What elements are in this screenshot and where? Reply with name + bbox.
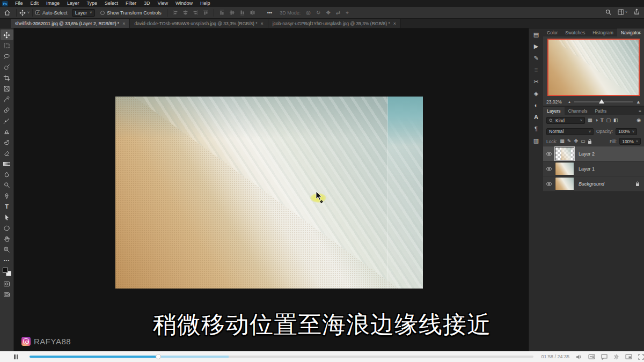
tab-paths[interactable]: Paths [591, 107, 610, 115]
progress-thumb[interactable] [156, 354, 161, 359]
filter-type-layers-icon[interactable]: T [601, 118, 604, 123]
settings-gear-icon[interactable] [613, 354, 619, 360]
layer-row-background[interactable]: Background [543, 176, 644, 191]
zoom-value[interactable]: 23,02% [546, 99, 565, 105]
filter-adjustment-layers-icon[interactable]: ◑ [595, 118, 598, 123]
move-tool-preset-icon[interactable]: ˅ [19, 10, 30, 16]
pause-button[interactable] [14, 354, 18, 359]
progress-bar[interactable] [30, 356, 533, 358]
layer-row-layer1[interactable]: Layer 1 [543, 161, 644, 176]
path-selection-tool[interactable] [1, 212, 13, 223]
layer-name[interactable]: Layer 1 [579, 166, 644, 172]
eyedropper-tool[interactable] [1, 94, 13, 105]
actions-panel-icon[interactable]: ▶ [534, 43, 538, 49]
home-icon[interactable] [4, 10, 10, 16]
properties-panel-icon[interactable]: ≡ [535, 67, 538, 73]
lock-pixels-icon[interactable]: ✎ [567, 139, 572, 144]
workspace-switcher-icon[interactable]: ˅ [618, 9, 627, 15]
pen-tool[interactable] [1, 190, 13, 201]
tab-histogram[interactable]: Histogram [589, 28, 617, 36]
search-icon[interactable] [605, 9, 611, 15]
zoom-out-icon[interactable]: ▲ [568, 100, 571, 104]
opacity-dropdown[interactable]: 100% ˅ [616, 128, 637, 135]
visibility-eye-icon[interactable] [543, 167, 555, 171]
close-icon[interactable]: × [393, 21, 396, 26]
filter-shape-layers-icon[interactable]: ▢ [606, 118, 611, 123]
tab-swatches[interactable]: Swatches [561, 28, 589, 36]
zoom-slider[interactable] [574, 101, 633, 102]
layer-name[interactable]: Layer 2 [579, 151, 644, 157]
zoom-slider-thumb[interactable] [599, 99, 604, 104]
menu-view[interactable]: View [154, 0, 172, 7]
show-transform-checkbox[interactable]: Show Transform Controls [100, 10, 162, 16]
adjustments-panel-icon[interactable]: ◐ [535, 102, 538, 108]
tab-channels[interactable]: Channels [565, 107, 591, 115]
tab-layers[interactable]: Layers [543, 107, 565, 115]
close-icon[interactable]: × [261, 21, 264, 26]
auto-select-checkbox[interactable]: ✓ Auto-Select [35, 10, 68, 16]
fullscreen-icon[interactable] [638, 354, 644, 360]
menu-type[interactable]: Type [83, 0, 101, 7]
move-tool[interactable] [1, 29, 13, 40]
edit-toolbar-icon[interactable]: ••• [1, 255, 13, 265]
blend-mode-dropdown[interactable]: Normal ˅ [546, 128, 594, 135]
menu-filter[interactable]: Filter [122, 0, 140, 7]
clone-stamp-tool[interactable] [1, 126, 13, 137]
brush-tool[interactable] [1, 115, 13, 126]
doc-tab-jcob-nasyr[interactable]: jcob-nasyr-uGPBqf1Yh0-unsplash.jpg @ 39,… [268, 19, 401, 28]
visibility-eye-icon[interactable] [543, 182, 555, 186]
type-tool[interactable]: T [1, 201, 13, 212]
panel-menu-icon[interactable]: ≡ [639, 109, 642, 114]
quick-selection-tool[interactable] [1, 62, 13, 72]
libraries-panel-icon[interactable]: ▥ [533, 138, 539, 144]
layer-thumbnail[interactable] [555, 162, 574, 175]
layer-row-layer2[interactable]: Layer 2 [543, 146, 644, 161]
crop-tool[interactable] [1, 72, 13, 83]
menu-image[interactable]: Image [42, 0, 63, 7]
doc-tab-david-clode[interactable]: david-clode-TOsb-v9BnW8-unsplash.jpg @ 3… [130, 19, 268, 28]
panel-menu-icon[interactable]: ≡ [639, 31, 642, 35]
filter-smart-objects-icon[interactable]: ◧ [613, 118, 618, 123]
menu-select[interactable]: Select [101, 0, 122, 7]
quality-icon[interactable] [588, 354, 595, 359]
quick-mask-button[interactable] [1, 278, 13, 289]
lasso-tool[interactable] [1, 51, 13, 62]
paragraph-panel-icon[interactable]: ¶ [535, 126, 538, 132]
brush-settings-panel-icon[interactable]: ✎ [533, 55, 538, 61]
zoom-tool[interactable] [1, 244, 13, 255]
marquee-tool[interactable] [1, 40, 13, 51]
pip-icon[interactable] [625, 354, 632, 359]
share-icon[interactable] [634, 9, 640, 15]
comment-icon[interactable] [601, 354, 608, 360]
screen-mode-button[interactable] [1, 289, 13, 300]
shape-tool[interactable] [1, 223, 13, 233]
timeline-panel-icon[interactable]: ✂ [533, 79, 538, 85]
document-image[interactable] [115, 97, 423, 289]
lock-artboard-icon[interactable]: ▭ [581, 139, 586, 144]
layer-thumbnail[interactable] [555, 177, 574, 190]
tab-color[interactable]: Color [543, 28, 561, 36]
history-brush-tool[interactable] [1, 137, 13, 147]
lock-all-icon[interactable] [588, 139, 592, 144]
filter-pixel-layers-icon[interactable]: ▦ [588, 118, 592, 123]
lock-transparency-icon[interactable]: ▦ [560, 139, 565, 144]
dodge-tool[interactable] [1, 180, 13, 190]
menu-window[interactable]: Window [172, 0, 196, 7]
spot-healing-tool[interactable] [1, 105, 13, 115]
zoom-in-icon[interactable]: ▲ [636, 99, 641, 105]
blur-tool[interactable] [1, 169, 13, 180]
menu-file[interactable]: File [11, 0, 27, 7]
hand-tool[interactable] [1, 233, 13, 244]
filter-toggle-icon[interactable]: ◉ [636, 118, 641, 123]
character-panel-icon[interactable]: A [534, 114, 538, 120]
layer-thumbnail[interactable] [555, 147, 574, 160]
menu-help[interactable]: Help [196, 0, 214, 7]
more-options-button[interactable]: ••• [267, 10, 272, 16]
frame-tool[interactable] [1, 83, 13, 94]
threed-panel-icon[interactable]: ◈ [534, 91, 538, 97]
fill-dropdown[interactable]: 100% ˅ [619, 138, 641, 145]
foreground-color-swatch[interactable] [3, 268, 8, 273]
close-icon[interactable]: × [122, 21, 125, 26]
color-swatches[interactable] [3, 268, 11, 276]
navigator-preview[interactable] [547, 39, 640, 96]
